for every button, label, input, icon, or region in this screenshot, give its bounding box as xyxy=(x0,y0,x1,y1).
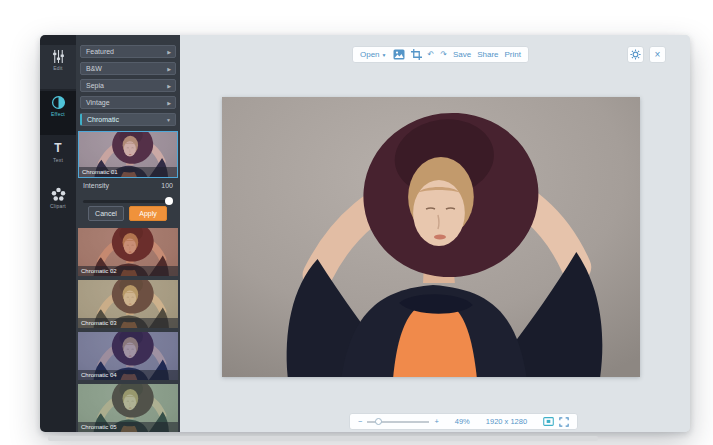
intensity-label: Intensity xyxy=(83,182,109,189)
filter-thumb-selected[interactable]: Chromatic 01 xyxy=(78,131,178,178)
category-label: Vintage xyxy=(86,99,110,106)
text-icon: T xyxy=(51,141,66,156)
redo-icon: ↷ xyxy=(440,50,447,59)
category-label: Featured xyxy=(86,48,114,55)
rail-item-effect[interactable]: Effect xyxy=(40,91,76,135)
filter-thumb-label: Chromatic 05 xyxy=(78,422,178,432)
intensity-slider-handle[interactable] xyxy=(165,197,173,205)
filter-category-sepia[interactable]: Sepia ▶ xyxy=(80,79,176,92)
photo-editor-window: Edit Effect T Text Clipart xyxy=(40,35,690,432)
fullscreen-button[interactable] xyxy=(559,417,569,427)
apply-button[interactable]: Apply xyxy=(129,206,167,221)
filter-category-chromatic[interactable]: Chromatic ▼ xyxy=(80,113,176,126)
main-toolbar: Open ▼ ↶ ↷ Save Share xyxy=(352,46,529,63)
settings-button[interactable] xyxy=(627,46,644,63)
chevron-right-icon: ▶ xyxy=(167,63,171,75)
filter-thumb[interactable]: Chromatic 03 xyxy=(78,280,178,328)
rail-label-text: Text xyxy=(40,157,76,163)
open-button[interactable]: Open ▼ xyxy=(360,50,387,59)
intensity-value: 100 xyxy=(161,182,173,189)
close-icon: × xyxy=(655,49,661,60)
undo-button[interactable]: ↶ xyxy=(428,50,435,59)
fit-screen-icon xyxy=(543,417,554,426)
filter-thumb[interactable]: Chromatic 02 xyxy=(78,228,178,276)
chevron-right-icon: ▶ xyxy=(167,80,171,92)
page-divider xyxy=(48,436,598,441)
zoom-slider[interactable] xyxy=(367,418,429,426)
filter-thumb-label: Chromatic 03 xyxy=(78,318,178,328)
filter-thumb[interactable]: Chromatic 04 xyxy=(78,332,178,380)
category-label: Chromatic xyxy=(87,116,119,123)
filter-thumb-label: Chromatic 01 xyxy=(79,167,177,177)
effects-panel: Featured ▶ B&W ▶ Sepia ▶ Vintage ▶ Chrom… xyxy=(76,35,180,432)
rail-label-edit: Edit xyxy=(40,65,76,71)
print-button[interactable]: Print xyxy=(505,50,521,59)
chevron-right-icon: ▶ xyxy=(167,97,171,109)
rail-label-clipart: Clipart xyxy=(40,203,76,209)
filter-category-featured[interactable]: Featured ▶ xyxy=(80,45,176,58)
zoom-slider-handle[interactable] xyxy=(375,418,382,425)
undo-icon: ↶ xyxy=(428,50,435,59)
image-icon xyxy=(393,49,405,60)
intensity-slider-track[interactable] xyxy=(83,200,173,203)
open-label: Open xyxy=(360,50,380,59)
filter-category-bw[interactable]: B&W ▶ xyxy=(80,62,176,75)
rail-item-text[interactable]: T Text xyxy=(40,137,76,181)
close-button[interactable]: × xyxy=(649,46,666,63)
tool-rail: Edit Effect T Text Clipart xyxy=(40,35,76,432)
rail-item-edit[interactable]: Edit xyxy=(40,45,76,89)
effects-contrast-icon xyxy=(51,95,66,110)
rail-item-clipart[interactable]: Clipart xyxy=(40,183,76,227)
share-button[interactable]: Share xyxy=(477,50,498,59)
category-label: Sepia xyxy=(86,82,104,89)
chevron-down-icon: ▼ xyxy=(166,114,171,126)
chevron-right-icon: ▶ xyxy=(167,46,171,58)
filter-thumb-label: Chromatic 04 xyxy=(78,370,178,380)
zoom-out-button[interactable]: − xyxy=(358,417,362,426)
crop-button[interactable] xyxy=(411,49,422,60)
image-dimensions: 1920 x 1280 xyxy=(486,417,527,426)
zoom-statusbar: − + 49% 1920 x 1280 xyxy=(349,413,578,430)
rail-label-effect: Effect xyxy=(40,111,76,117)
category-label: B&W xyxy=(86,65,102,72)
gear-icon xyxy=(630,49,641,60)
photo-image xyxy=(222,97,640,377)
crop-icon xyxy=(411,49,422,60)
fullscreen-icon xyxy=(559,417,569,427)
intensity-slider[interactable] xyxy=(83,197,173,205)
cancel-button[interactable]: Cancel xyxy=(88,206,124,221)
save-button[interactable]: Save xyxy=(453,50,471,59)
image-button[interactable] xyxy=(393,49,405,60)
filter-thumb[interactable]: Chromatic 05 xyxy=(78,384,178,432)
intensity-row: Intensity 100 xyxy=(83,182,173,192)
zoom-in-button[interactable]: + xyxy=(434,417,438,426)
editor-canvas: Open ▼ ↶ ↷ Save Share xyxy=(180,35,690,432)
filter-thumb-label: Chromatic 02 xyxy=(78,266,178,276)
chevron-down-icon: ▼ xyxy=(382,52,387,58)
fit-screen-button[interactable] xyxy=(543,417,554,426)
zoom-percent: 49% xyxy=(455,417,470,426)
redo-button[interactable]: ↷ xyxy=(440,50,447,59)
sliders-icon xyxy=(51,49,66,64)
clipart-flower-icon xyxy=(51,187,66,202)
filter-category-vintage[interactable]: Vintage ▶ xyxy=(80,96,176,109)
